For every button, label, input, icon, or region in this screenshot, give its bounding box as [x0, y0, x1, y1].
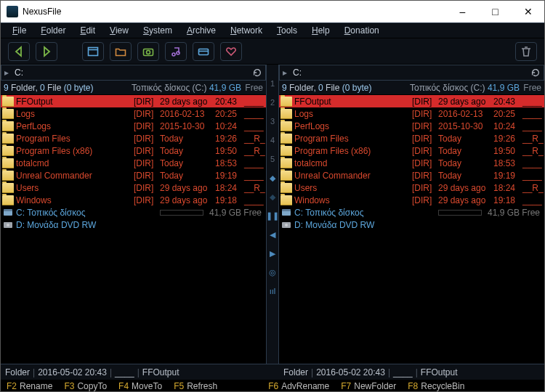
file-time: 19:18 — [215, 195, 244, 205]
table-row[interactable]: Program Files [DIR] Today 19:26 __R_ — [1, 132, 266, 144]
refresh-icon[interactable] — [252, 68, 262, 78]
mid-diamond[interactable]: ◆ — [267, 171, 278, 185]
path-arrow-icon[interactable]: ▸ — [283, 68, 293, 78]
drive-free: 41,9 GB Free — [208, 208, 262, 218]
drive-row[interactable]: C: Τοπικός δίσκος41,9 GB Free — [1, 206, 266, 219]
right-filelist[interactable]: FFOutput [DIR] 29 days ago 20:43 ____ Lo… — [279, 95, 544, 364]
fn-refresh[interactable]: F5Refresh — [168, 381, 223, 391]
window-controls: – □ ✕ — [446, 1, 544, 23]
file-time: 20:25 — [215, 109, 244, 119]
minimize-button[interactable]: – — [446, 1, 479, 23]
fn-moveto[interactable]: F4MoveTo — [113, 381, 168, 391]
menu-file[interactable]: File — [5, 25, 33, 36]
file-attr: __R_ — [244, 183, 266, 193]
menu-network[interactable]: Network — [223, 25, 270, 36]
fn-copyto[interactable]: F3CopyTo — [58, 381, 113, 391]
table-row[interactable]: PerfLogs [DIR] 2015-10-30 10:24 ____ — [279, 120, 544, 132]
card-icon[interactable] — [193, 42, 214, 61]
mid-bars[interactable]: ııl — [267, 284, 278, 298]
menubar: FileFolderEditViewSystemArchiveNetworkTo… — [1, 23, 544, 38]
table-row[interactable]: Program Files [DIR] Today 19:26 __R_ — [279, 132, 544, 144]
music-icon[interactable] — [165, 42, 187, 61]
window-icon[interactable] — [82, 42, 104, 61]
mid-diamond-dark[interactable]: ◆ — [267, 189, 278, 204]
fn-newfolder[interactable]: F7NewFolder — [335, 381, 402, 391]
table-row[interactable]: Windows [DIR] 29 days ago 19:18 ____ — [279, 194, 544, 206]
table-row[interactable]: totalcmd [DIR] Today 18:53 ____ — [279, 157, 544, 169]
svg-marker-0 — [16, 47, 21, 56]
drive-name: D: Μονάδα DVD RW — [294, 220, 544, 230]
table-row[interactable]: totalcmd [DIR] Today 18:53 ____ — [1, 157, 266, 169]
file-time: 10:24 — [493, 121, 522, 131]
table-row[interactable]: Program Files (x86) [DIR] Today 19:50 __… — [279, 144, 544, 157]
mid-pause[interactable]: ❚❚ — [267, 208, 278, 223]
menu-archive[interactable]: Archive — [179, 25, 223, 36]
fn-label: Rename — [20, 381, 52, 391]
maximize-button[interactable]: □ — [479, 1, 512, 23]
folder-icon — [280, 183, 292, 193]
mid-arrow-left[interactable]: ◀ — [267, 227, 278, 242]
right-folderbar: Folder | 2016-05-02 20:43 | ____ | FFOut… — [279, 364, 544, 380]
trash-icon[interactable] — [515, 42, 537, 61]
table-row[interactable]: Unreal Commander [DIR] Today 19:19 ____ — [279, 169, 544, 181]
disk-icon — [2, 208, 14, 218]
table-row[interactable]: Logs [DIR] 2016-02-13 20:25 ____ — [1, 107, 266, 120]
mid-arrow-right[interactable]: ▶ — [267, 246, 278, 261]
camera-icon[interactable] — [137, 42, 159, 61]
forward-icon[interactable] — [36, 42, 57, 61]
menu-view[interactable]: View — [102, 25, 136, 36]
table-row[interactable]: FFOutput [DIR] 29 days ago 20:43 ____ — [1, 95, 266, 107]
drive-row[interactable]: C: Τοπικός δίσκος41,9 GB Free — [279, 206, 544, 219]
fn-recyclebin[interactable]: F8RecycleBin — [402, 381, 470, 391]
folder-icon — [280, 146, 292, 156]
svg-rect-8 — [199, 49, 209, 54]
table-row[interactable]: PerfLogs [DIR] 2015-10-30 10:24 ____ — [1, 120, 266, 132]
menu-tools[interactable]: Tools — [270, 25, 304, 36]
fn-advrename[interactable]: F6AdvRename — [262, 381, 335, 391]
mid-num5[interactable]: 5 — [267, 152, 278, 166]
menu-folder[interactable]: Folder — [33, 25, 73, 36]
mid-num3[interactable]: 3 — [267, 114, 278, 128]
mid-eye[interactable]: ◎ — [267, 265, 278, 279]
file-time: 18:53 — [215, 158, 244, 168]
folder-icon — [2, 158, 14, 168]
file-date: Today — [438, 134, 493, 144]
table-row[interactable]: FFOutput [DIR] 29 days ago 20:43 ____ — [279, 95, 544, 107]
file-tag: [DIR] — [134, 183, 160, 193]
file-attr: ____ — [244, 109, 266, 119]
table-row[interactable]: Logs [DIR] 2016-02-13 20:25 ____ — [279, 107, 544, 120]
refresh-icon[interactable] — [530, 68, 541, 78]
folder-icon[interactable] — [110, 42, 132, 61]
table-row[interactable]: Users [DIR] 29 days ago 18:24 __R_ — [1, 181, 266, 194]
close-button[interactable]: ✕ — [512, 1, 544, 23]
menu-help[interactable]: Help — [304, 25, 337, 36]
folder-icon — [280, 158, 292, 168]
file-date: 29 days ago — [160, 97, 215, 107]
left-statbar: 9 Folder, 0 File (0 byte) Τοπικός δίσκος… — [1, 81, 266, 95]
table-row[interactable]: Windows [DIR] 29 days ago 19:18 ____ — [1, 194, 266, 206]
mid-num2[interactable]: 2 — [267, 95, 278, 110]
drive-row[interactable]: D: Μονάδα DVD RW — [1, 219, 266, 231]
table-row[interactable]: Program Files (x86) [DIR] Today 19:50 __… — [1, 144, 266, 157]
file-time: 18:24 — [215, 183, 244, 193]
fb-label: Folder — [5, 367, 30, 377]
back-icon[interactable] — [8, 42, 30, 61]
table-row[interactable]: Users [DIR] 29 days ago 18:24 __R_ — [279, 181, 544, 194]
menu-edit[interactable]: Edit — [73, 25, 102, 36]
path-text[interactable]: C: — [15, 68, 252, 78]
fn-label: MoveTo — [132, 381, 162, 391]
drive-name: D: Μονάδα DVD RW — [16, 220, 266, 230]
drive-row[interactable]: D: Μονάδα DVD RW — [279, 219, 544, 231]
menu-system[interactable]: System — [136, 25, 179, 36]
path-arrow-icon[interactable]: ▸ — [4, 68, 15, 78]
left-filelist[interactable]: FFOutput [DIR] 29 days ago 20:43 ____ Lo… — [1, 95, 266, 364]
file-tag: [DIR] — [412, 195, 438, 205]
svg-rect-10 — [4, 211, 12, 216]
table-row[interactable]: Unreal Commander [DIR] Today 19:19 ____ — [1, 169, 266, 181]
heart-icon[interactable] — [220, 42, 242, 61]
mid-num1[interactable]: 1 — [267, 76, 278, 91]
fn-rename[interactable]: F2Rename — [1, 381, 58, 391]
menu-donation[interactable]: Donation — [337, 25, 387, 36]
mid-num4[interactable]: 4 — [267, 133, 278, 147]
path-text[interactable]: C: — [293, 68, 530, 78]
